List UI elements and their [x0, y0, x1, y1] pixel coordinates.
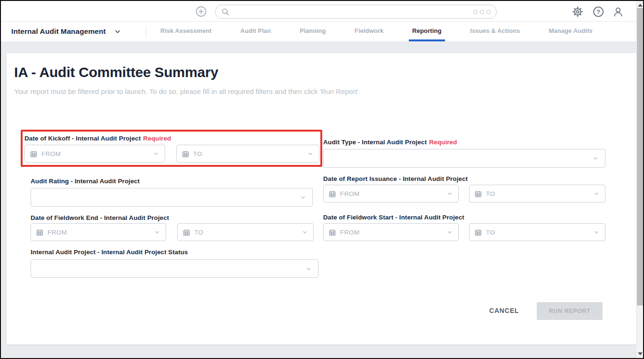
fieldwork-end-to-datepicker[interactable]: TO [177, 223, 314, 241]
chevron-down-icon [153, 228, 161, 236]
chevron-down-icon [301, 228, 309, 236]
field-label-audit-rating: Audit Rating - Internal Audit Project [31, 177, 326, 186]
field-report-issuance: Date of Report Issuance - Internal Audit… [323, 175, 607, 203]
search-icon [221, 8, 230, 16]
field-label-kickoff: Date of Kickoff - Internal Audit Project… [24, 134, 319, 143]
calendar-icon [474, 228, 482, 236]
project-status-select[interactable] [31, 259, 318, 278]
page-subtitle: Your report must be filtered prior to la… [14, 87, 360, 95]
field-audit-rating: Audit Rating - Internal Audit Project [31, 177, 326, 207]
tab-risk-assessment[interactable]: Risk Assessment [157, 22, 215, 41]
from-placeholder: FROM [340, 190, 359, 197]
chevron-down-icon [593, 190, 600, 197]
nav-separator [146, 26, 146, 37]
chevron-down-icon [446, 190, 453, 197]
chevron-down-icon [446, 228, 453, 236]
chevron-down-icon [305, 265, 312, 273]
module-nav-bar: Internal Audit Management Risk Assessmen… [1, 22, 636, 41]
help-icon[interactable]: ? [593, 6, 604, 17]
from-placeholder: FROM [41, 150, 61, 157]
fieldwork-start-from-datepicker[interactable]: FROM [323, 223, 459, 241]
app-switcher[interactable]: Internal Audit Management [11, 22, 121, 41]
field-audit-type: Audit Type - Internal Audit ProjectRequi… [323, 138, 607, 168]
field-label-report-issuance: Date of Report Issuance - Internal Audit… [323, 175, 607, 183]
run-report-button[interactable]: RUN REPORT [537, 302, 603, 320]
report-issuance-to-datepicker[interactable]: TO [469, 185, 605, 203]
svg-text:?: ? [596, 8, 600, 16]
report-issuance-from-datepicker[interactable]: FROM [323, 185, 459, 203]
to-placeholder: TO [486, 229, 495, 236]
chevron-down-icon [299, 194, 307, 201]
calendar-icon [182, 150, 190, 158]
calendar-icon [328, 190, 336, 198]
field-label-fieldwork-end: Date of Fieldwork End - Internal Audit P… [31, 214, 326, 222]
nav-tabs: Risk Assessment Audit Plan Planning Fiel… [157, 22, 596, 41]
page-title: IA - Audit Committee Summary [14, 64, 218, 80]
top-bar: ? [1, 1, 636, 22]
overflow-dots-icon[interactable] [473, 10, 491, 14]
required-badge: Required [429, 139, 457, 146]
field-fieldwork-start: Date of Fieldwork Start - Internal Audit… [323, 213, 607, 241]
global-search[interactable] [215, 5, 497, 19]
scrollbar-thumb[interactable] [637, 8, 643, 305]
filters-column-left: Date of Kickoff - Internal Audit Project… [21, 130, 326, 278]
to-placeholder: TO [193, 150, 202, 157]
calendar-icon [183, 228, 191, 236]
tab-manage-audits[interactable]: Manage Audits [545, 22, 596, 41]
search-input[interactable] [234, 8, 473, 16]
tab-planning[interactable]: Planning [296, 22, 329, 41]
plus-circle-icon[interactable] [196, 6, 207, 17]
field-label-fieldwork-start: Date of Fieldwork Start - Internal Audit… [323, 213, 607, 222]
chevron-down-icon [592, 155, 599, 162]
report-filter-card: IA - Audit Committee Summary Your report… [7, 53, 636, 344]
field-label-audit-type: Audit Type - Internal Audit ProjectRequi… [323, 138, 607, 147]
kickoff-to-datepicker[interactable]: TO [176, 145, 320, 163]
field-fieldwork-end: Date of Fieldwork End - Internal Audit P… [31, 214, 326, 241]
highlight-box-kickoff: Date of Kickoff - Internal Audit Project… [21, 130, 322, 167]
audit-rating-select[interactable] [31, 188, 313, 207]
calendar-icon [36, 228, 44, 236]
chevron-down-icon [593, 228, 600, 236]
vertical-scrollbar[interactable] [636, 1, 643, 358]
to-placeholder: TO [486, 190, 495, 197]
app-name: Internal Audit Management [11, 27, 106, 36]
cancel-button[interactable]: CANCEL [483, 304, 525, 317]
tab-fieldwork[interactable]: Fieldwork [351, 22, 387, 41]
gear-icon[interactable] [572, 6, 583, 17]
audit-type-select[interactable] [323, 149, 605, 168]
scroll-up-arrow-icon[interactable] [638, 4, 643, 7]
chevron-down-icon [152, 150, 160, 157]
scroll-down-arrow-icon[interactable] [638, 352, 643, 355]
tab-issues-actions[interactable]: Issues & Actions [467, 22, 524, 41]
required-badge: Required [143, 135, 171, 142]
field-project-status: Internal Audit Project - Internal Audit … [31, 248, 326, 278]
tab-reporting[interactable]: Reporting [409, 22, 445, 41]
filters-column-right: Audit Type - Internal Audit ProjectRequi… [323, 130, 607, 241]
tab-audit-plan[interactable]: Audit Plan [237, 22, 274, 41]
field-label-project-status: Internal Audit Project - Internal Audit … [31, 248, 326, 257]
kickoff-from-datepicker[interactable]: FROM [24, 145, 165, 163]
from-placeholder: FROM [48, 229, 67, 236]
calendar-icon [474, 190, 482, 198]
fieldwork-start-to-datepicker[interactable]: TO [469, 223, 605, 241]
calendar-icon [30, 150, 38, 158]
from-placeholder: FROM [340, 229, 359, 236]
fieldwork-end-from-datepicker[interactable]: FROM [31, 223, 166, 241]
chevron-down-icon [106, 28, 121, 35]
user-icon[interactable] [612, 6, 624, 17]
calendar-icon [328, 228, 336, 236]
chevron-down-icon [307, 150, 314, 157]
to-placeholder: TO [194, 229, 203, 236]
app-window: ? Internal Audit Management Risk Assessm… [0, 0, 644, 359]
